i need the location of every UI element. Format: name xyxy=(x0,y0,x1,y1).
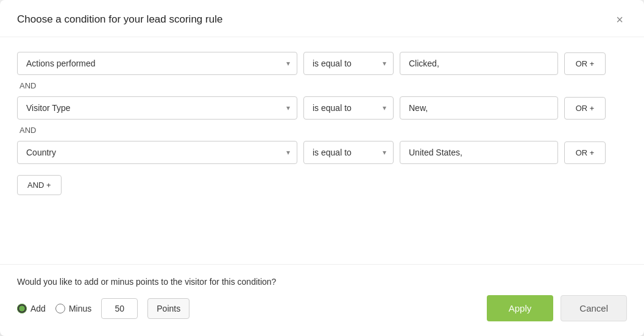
modal-header: Choose a condition for your lead scoring… xyxy=(0,0,644,37)
value-input-3[interactable] xyxy=(400,141,558,164)
footer-row: Add Minus Points Apply Cancel xyxy=(17,295,627,321)
add-radio-label[interactable]: Add xyxy=(17,304,46,313)
modal-footer: Would you like to add or minus points to… xyxy=(0,264,644,336)
and-label-2: AND xyxy=(19,126,627,135)
operator-wrapper-1: is equal to is not equal to contains ▾ xyxy=(303,52,394,75)
condition-row-1: Actions performed Visitor Type Country ▾… xyxy=(17,52,627,75)
field-select-wrapper-3: Actions performed Visitor Type Country ▾ xyxy=(17,141,297,164)
points-unit: Points xyxy=(147,298,189,319)
cancel-button[interactable]: Cancel xyxy=(561,295,627,321)
operator-select-3[interactable]: is equal to is not equal to contains xyxy=(303,141,394,164)
condition-row-2: Actions performed Visitor Type Country ▾… xyxy=(17,96,627,120)
field-select-1[interactable]: Actions performed Visitor Type Country xyxy=(17,52,297,75)
modal-body: Actions performed Visitor Type Country ▾… xyxy=(0,37,644,264)
points-question: Would you like to add or minus points to… xyxy=(17,277,627,287)
field-select-wrapper-1: Actions performed Visitor Type Country ▾ xyxy=(17,52,297,75)
close-button[interactable]: × xyxy=(612,12,627,27)
or-plus-button-1[interactable]: OR + xyxy=(564,52,606,75)
footer-actions: Apply Cancel xyxy=(487,295,627,321)
field-select-3[interactable]: Actions performed Visitor Type Country xyxy=(17,141,297,164)
condition-block-1: Actions performed Visitor Type Country ▾… xyxy=(17,52,627,90)
condition-row-3: Actions performed Visitor Type Country ▾… xyxy=(17,141,627,164)
and-plus-button[interactable]: AND + xyxy=(17,175,62,195)
minus-radio[interactable] xyxy=(55,304,65,313)
field-select-2[interactable]: Actions performed Visitor Type Country xyxy=(17,96,297,120)
operator-wrapper-3: is equal to is not equal to contains ▾ xyxy=(303,141,394,164)
radio-group: Add Minus xyxy=(17,304,91,313)
modal-title: Choose a condition for your lead scoring… xyxy=(17,13,222,26)
operator-select-1[interactable]: is equal to is not equal to contains xyxy=(303,52,394,75)
minus-label: Minus xyxy=(69,304,91,313)
and-label-1: AND xyxy=(19,81,627,90)
operator-select-2[interactable]: is equal to is not equal to contains xyxy=(303,96,394,120)
modal-dialog: Choose a condition for your lead scoring… xyxy=(0,0,644,336)
operator-wrapper-2: is equal to is not equal to contains ▾ xyxy=(303,96,394,120)
add-radio[interactable] xyxy=(17,304,27,313)
minus-radio-label[interactable]: Minus xyxy=(55,304,91,313)
value-input-2[interactable] xyxy=(400,96,558,120)
value-input-1[interactable] xyxy=(400,52,558,75)
field-select-wrapper-2: Actions performed Visitor Type Country ▾ xyxy=(17,96,297,120)
condition-block-3: Actions performed Visitor Type Country ▾… xyxy=(17,141,627,164)
condition-block-2: Actions performed Visitor Type Country ▾… xyxy=(17,96,627,135)
add-label: Add xyxy=(30,304,46,313)
or-plus-button-2[interactable]: OR + xyxy=(564,97,606,120)
points-left: Add Minus Points xyxy=(17,298,189,319)
points-input[interactable] xyxy=(101,298,138,319)
or-plus-button-3[interactable]: OR + xyxy=(564,141,606,164)
apply-button[interactable]: Apply xyxy=(487,295,554,321)
